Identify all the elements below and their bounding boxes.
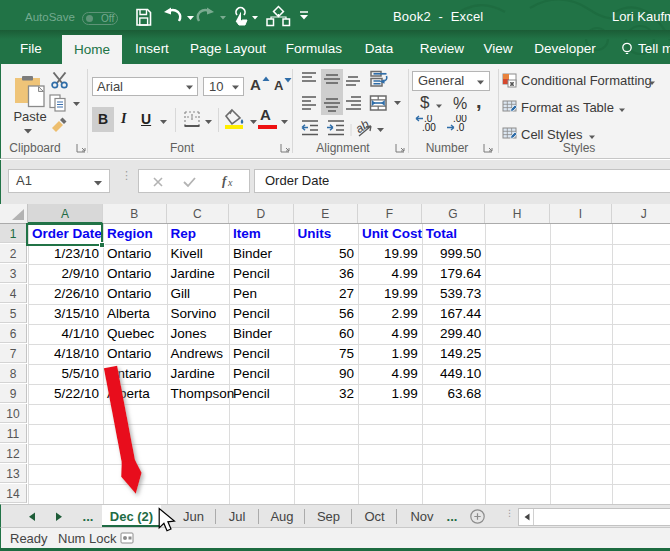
svg-text:.00: .00 xyxy=(422,122,436,132)
svg-text:.0: .0 xyxy=(456,122,465,132)
